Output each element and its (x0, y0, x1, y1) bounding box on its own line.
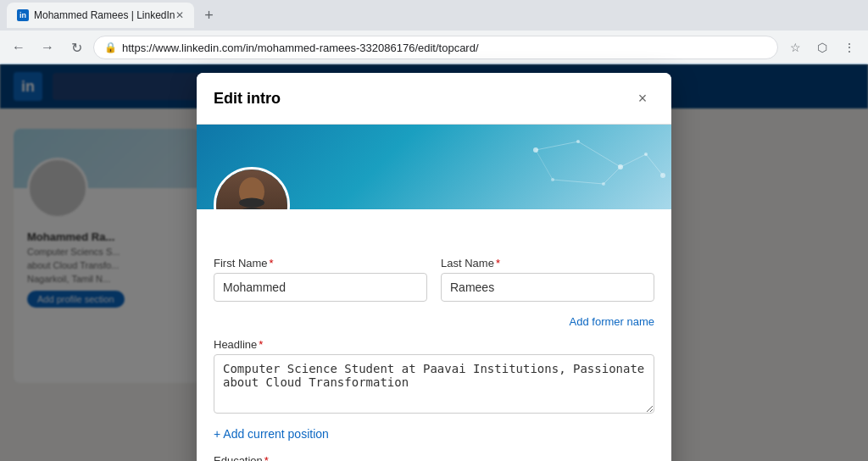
toolbar-actions: ☆ ⬡ ⋮ (783, 36, 861, 59)
education-label: Education* (214, 454, 654, 461)
edit-intro-modal: Edit intro × (197, 73, 671, 461)
url-bar[interactable]: 🔒 https://www.linkedin.com/in/mohammed-r… (93, 36, 778, 59)
back-button[interactable]: ← (7, 36, 31, 59)
browser-chrome: in Mohammed Ramees | LinkedIn ✕ + ← → ↻ … (0, 0, 868, 64)
bookmark-btn[interactable]: ☆ (783, 36, 807, 59)
first-name-input[interactable] (214, 273, 427, 302)
lock-icon: 🔒 (104, 42, 117, 53)
modal-header: Edit intro × (197, 73, 671, 125)
profile-photo-inner (216, 169, 287, 209)
headline-label: Headline* (214, 338, 654, 351)
profile-photo-container: ✏ (214, 167, 290, 209)
svg-line-9 (620, 154, 646, 167)
svg-line-8 (578, 142, 620, 167)
svg-line-11 (646, 154, 663, 175)
add-position-link[interactable]: + Add current position (214, 427, 654, 441)
headline-textarea[interactable]: Computer Science Student at Paavai Insti… (214, 354, 654, 414)
modal-close-button[interactable]: × (631, 86, 654, 110)
menu-btn[interactable]: ⋮ (837, 36, 861, 59)
tab-title: Mohammed Ramees | LinkedIn (34, 9, 175, 21)
first-name-label: First Name* (214, 257, 427, 269)
last-name-input[interactable] (441, 273, 654, 302)
education-required: * (264, 454, 269, 461)
svg-point-15 (231, 208, 273, 209)
headline-group: Headline* Computer Science Student at Pa… (214, 338, 654, 414)
address-bar: ← → ↻ 🔒 https://www.linkedin.com/in/moha… (0, 31, 868, 64)
education-group: Education* Paavai Engineering College ▼ (214, 454, 654, 461)
svg-line-13 (536, 150, 553, 180)
person-avatar-svg (216, 167, 287, 209)
last-name-required: * (496, 257, 500, 269)
last-name-label: Last Name* (441, 257, 654, 269)
svg-point-16 (239, 198, 264, 208)
active-tab[interactable]: in Mohammed Ramees | LinkedIn ✕ (7, 3, 194, 28)
modal-overlay: Edit intro × (0, 64, 868, 461)
svg-line-12 (553, 180, 604, 184)
first-name-required: * (270, 257, 274, 269)
first-name-group: First Name* (214, 257, 427, 302)
url-text: https://www.linkedin.com/in/mohammed-ram… (122, 42, 479, 54)
extensions-btn[interactable]: ⬡ (810, 36, 834, 59)
tab-bar: in Mohammed Ramees | LinkedIn ✕ + (0, 0, 868, 31)
profile-banner: ✏ (197, 125, 671, 209)
tab-close-btn[interactable]: ✕ (175, 9, 184, 21)
forward-button[interactable]: → (36, 36, 59, 59)
modal-body: First Name* Last Name* Add former name H… (197, 209, 671, 461)
tab-favicon: in (17, 9, 29, 21)
profile-photo[interactable] (214, 167, 290, 209)
last-name-group: Last Name* (441, 257, 654, 302)
new-tab-button[interactable]: + (198, 3, 221, 27)
svg-line-7 (536, 142, 578, 150)
modal-title: Edit intro (214, 90, 281, 108)
name-row: First Name* Last Name* (214, 257, 654, 302)
add-former-name-link[interactable]: Add former name (214, 315, 654, 328)
headline-required: * (259, 338, 263, 351)
svg-line-10 (604, 167, 620, 184)
reload-button[interactable]: ↻ (64, 36, 88, 59)
